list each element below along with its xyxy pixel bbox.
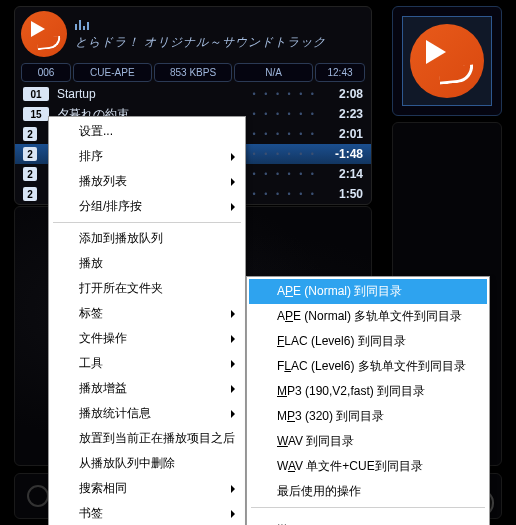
spectrum-icon	[75, 18, 326, 30]
menu-item[interactable]: 播放统计信息	[51, 401, 243, 426]
track-time: 2:23	[323, 107, 363, 121]
info-bar: 006 CUE-APE 853 KBPS N/A 12:43	[15, 61, 371, 84]
track-number: 2	[23, 127, 37, 141]
track-number: 2	[23, 147, 37, 161]
submenu-item[interactable]: WAV 到同目录	[249, 429, 487, 454]
album-art	[402, 16, 492, 106]
player-header: とらドラ！ オリジナル～サウンドトラック	[15, 7, 371, 61]
menu-item[interactable]: 添加到播放队列	[51, 226, 243, 251]
track-number: 2	[23, 187, 37, 201]
submenu-item[interactable]: APE (Normal) 到同目录	[249, 279, 487, 304]
info-status: N/A	[234, 63, 313, 82]
submenu-item[interactable]: FLAC (Level6) 多轨单文件到同目录	[249, 354, 487, 379]
album-art-logo-icon	[410, 24, 484, 98]
menu-item[interactable]: 从播放队列中删除	[51, 451, 243, 476]
menu-item[interactable]: 书签	[51, 501, 243, 525]
menu-item[interactable]: 分组/排序按	[51, 194, 243, 219]
info-bitrate: 853 KBPS	[154, 63, 233, 82]
menu-item[interactable]: 设置...	[51, 119, 243, 144]
submenu-item[interactable]: APE (Normal) 多轨单文件到同目录	[249, 304, 487, 329]
player-logo-icon	[21, 11, 67, 57]
menu-item[interactable]: 播放	[51, 251, 243, 276]
menu-item[interactable]: 搜索相同	[51, 476, 243, 501]
convert-submenu[interactable]: APE (Normal) 到同目录APE (Normal) 多轨单文件到同目录F…	[246, 276, 490, 525]
context-menu[interactable]: 设置...排序播放列表分组/排序按添加到播放队列播放打开所在文件夹标签文件操作工…	[48, 116, 246, 525]
playlist-row[interactable]: 01Startup• • • • • •2:08	[15, 84, 371, 104]
submenu-item[interactable]: MP3 (190,V2,fast) 到同目录	[249, 379, 487, 404]
track-dots: • • • • • •	[253, 129, 317, 139]
track-time: -1:48	[323, 147, 363, 161]
track-number: 15	[23, 107, 49, 121]
track-number: 2	[23, 167, 37, 181]
menu-item[interactable]: 播放列表	[51, 169, 243, 194]
menu-separator	[251, 507, 485, 508]
track-number: 01	[23, 87, 49, 101]
info-clock: 12:43	[315, 63, 365, 82]
track-dots: • • • • • •	[253, 89, 317, 99]
menu-item[interactable]: 标签	[51, 301, 243, 326]
header-info: とらドラ！ オリジナル～サウンドトラック	[75, 18, 326, 51]
menu-item[interactable]: 工具	[51, 351, 243, 376]
track-title: とらドラ！ オリジナル～サウンドトラック	[75, 34, 326, 51]
info-codec: CUE-APE	[73, 63, 152, 82]
submenu-item[interactable]: WAV 单文件+CUE到同目录	[249, 454, 487, 479]
menu-item[interactable]: 文件操作	[51, 326, 243, 351]
album-art-panel	[392, 6, 502, 116]
track-dots: • • • • • •	[253, 109, 317, 119]
menu-separator	[53, 222, 241, 223]
track-time: 2:14	[323, 167, 363, 181]
track-dots: • • • • • •	[253, 189, 317, 199]
track-time: 1:50	[323, 187, 363, 201]
submenu-item[interactable]: ...	[249, 511, 487, 525]
transport-button[interactable]	[27, 485, 49, 507]
track-time: 2:08	[323, 87, 363, 101]
menu-item[interactable]: 打开所在文件夹	[51, 276, 243, 301]
track-time: 2:01	[323, 127, 363, 141]
menu-item[interactable]: 放置到当前正在播放项目之后	[51, 426, 243, 451]
info-index: 006	[21, 63, 71, 82]
track-dots: • • • • • •	[253, 149, 317, 159]
menu-item[interactable]: 播放增益	[51, 376, 243, 401]
submenu-item[interactable]: FLAC (Level6) 到同目录	[249, 329, 487, 354]
submenu-item[interactable]: 最后使用的操作	[249, 479, 487, 504]
track-dots: • • • • • •	[253, 169, 317, 179]
menu-item[interactable]: 排序	[51, 144, 243, 169]
submenu-item[interactable]: MP3 (320) 到同目录	[249, 404, 487, 429]
track-name: Startup	[57, 87, 247, 101]
